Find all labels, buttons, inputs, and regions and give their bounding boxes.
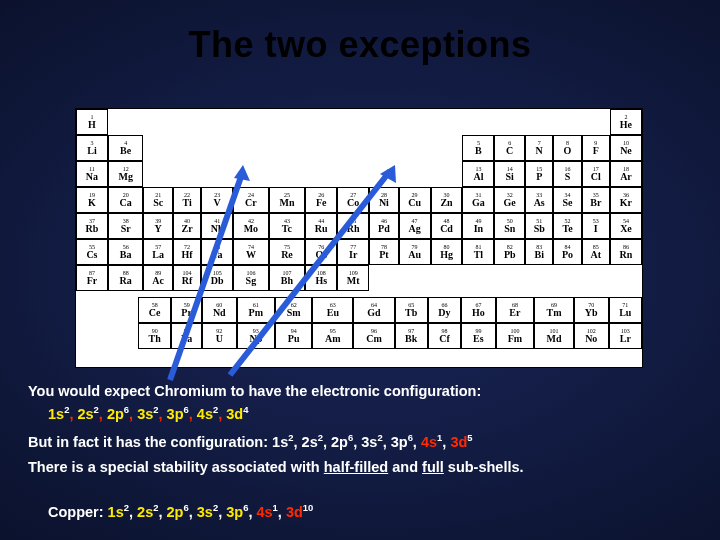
element-Ni: 28Ni (369, 187, 399, 213)
slide-title: The two exceptions (0, 24, 720, 66)
element-Cm: 96Cm (353, 323, 394, 349)
element-Er: 68Er (496, 297, 535, 323)
element-Zn: 30Zn (431, 187, 463, 213)
element-F: 9F (582, 135, 610, 161)
element-W: 74W (233, 239, 269, 265)
element-C: 6C (494, 135, 525, 161)
config-copper: 1s2, 2s2, 2p6, 3s2, 3p6, 4s1, 3d10 (108, 504, 314, 520)
element-Fr: 87Fr (76, 265, 108, 291)
element-Ge: 32Ge (494, 187, 525, 213)
element-Ru: 44Ru (305, 213, 337, 239)
element-As: 33As (525, 187, 553, 213)
element-Cs: 55Cs (76, 239, 108, 265)
element-Am: 95Am (312, 323, 353, 349)
element-Cd: 48Cd (431, 213, 463, 239)
element-Th: 90Th (138, 323, 171, 349)
element-Eu: 63Eu (312, 297, 353, 323)
element-Po: 84Po (553, 239, 581, 265)
element-Al: 13Al (462, 161, 494, 187)
element-Cf: 98Cf (428, 323, 461, 349)
element-Hs: 108Hs (305, 265, 337, 291)
element-Ne: 10Ne (610, 135, 642, 161)
element-Lu: 71Lu (609, 297, 642, 323)
slide: The two exceptions 1H2He3Li4Be5B6C7N8O9F… (0, 0, 720, 540)
periodic-table: 1H2He3Li4Be5B6C7N8O9F10Ne11Na12Mg13Al14S… (75, 108, 643, 368)
element-Se: 34Se (553, 187, 581, 213)
element-He: 2He (610, 109, 642, 135)
element-Hg: 80Hg (431, 239, 463, 265)
element-Mo: 42Mo (233, 213, 269, 239)
element-La: 57La (143, 239, 173, 265)
element-Pr: 59Pr (171, 297, 202, 323)
element-Nd: 60Nd (202, 297, 237, 323)
element-Ta: 73Ta (201, 239, 233, 265)
element-B: 5B (462, 135, 494, 161)
element-Sc: 21Sc (143, 187, 173, 213)
element-Rb: 37Rb (76, 213, 108, 239)
element-In: 49In (462, 213, 494, 239)
element-Cr: 24Cr (233, 187, 269, 213)
element-Zr: 40Zr (173, 213, 201, 239)
element-Kr: 36Kr (610, 187, 642, 213)
element-Re: 75Re (269, 239, 306, 265)
element-P: 15P (525, 161, 553, 187)
element-Rn: 86Rn (610, 239, 642, 265)
element-Bh: 107Bh (269, 265, 306, 291)
element-Yb: 70Yb (574, 297, 609, 323)
element-K: 19K (76, 187, 108, 213)
element-Gd: 64Gd (353, 297, 394, 323)
expect-line: You would expect Chromium to have the el… (28, 382, 481, 400)
element-Y: 39Y (143, 213, 173, 239)
config-actual: 1s2, 2s2, 2p6, 3s2, 3p6, 4s1, 3d5 (272, 434, 472, 450)
config-expected: 1s2, 2s2, 2p6, 3s2, 3p6, 4s2, 3d4 (48, 404, 248, 423)
element-Ga: 31Ga (462, 187, 494, 213)
element-U: 92U (202, 323, 237, 349)
element-Sb: 51Sb (525, 213, 553, 239)
element-Np: 93Np (237, 323, 276, 349)
element-Tl: 81Tl (462, 239, 494, 265)
element-Es: 99Es (461, 323, 496, 349)
element-Cl: 17Cl (582, 161, 610, 187)
element-Ti: 22Ti (173, 187, 201, 213)
element-Ac: 89Ac (143, 265, 173, 291)
element-O: 8O (553, 135, 581, 161)
element-At: 85At (582, 239, 610, 265)
element-S: 16S (553, 161, 581, 187)
element-Cu: 29Cu (399, 187, 431, 213)
copper-label: Copper: (48, 504, 108, 520)
element-Rf: 104Rf (173, 265, 201, 291)
element-Xe: 54Xe (610, 213, 642, 239)
element-Au: 79Au (399, 239, 431, 265)
element-Ag: 47Ag (399, 213, 431, 239)
element-Pb: 82Pb (494, 239, 525, 265)
element-Lr: 103Lr (609, 323, 642, 349)
element-Pt: 78Pt (369, 239, 399, 265)
element-Fm: 100Fm (496, 323, 535, 349)
element-V: 23V (201, 187, 233, 213)
element-Ar: 18Ar (610, 161, 642, 187)
element-Nb: 41Nb (201, 213, 233, 239)
element-Na: 11Na (76, 161, 108, 187)
element-Bi: 83Bi (525, 239, 553, 265)
element-Tb: 65Tb (395, 297, 428, 323)
actual-line: But in fact it has the configuration: 1s… (28, 432, 473, 451)
element-Co: 27Co (337, 187, 369, 213)
element-N: 7N (525, 135, 553, 161)
element-I: 53I (582, 213, 610, 239)
element-Sr: 38Sr (108, 213, 144, 239)
element-H: 1H (76, 109, 108, 135)
element-Tc: 43Tc (269, 213, 306, 239)
element-Li: 3Li (76, 135, 108, 161)
element-Rh: 45Rh (337, 213, 369, 239)
stability-line: There is a special stability associated … (28, 458, 688, 476)
element-Ca: 20Ca (108, 187, 144, 213)
element-Pu: 94Pu (275, 323, 312, 349)
half-filled-underline: half-filled (324, 459, 388, 475)
element-Os: 76Os (305, 239, 337, 265)
element-Pd: 46Pd (369, 213, 399, 239)
element-Mg: 12Mg (108, 161, 144, 187)
element-Ho: 67Ho (461, 297, 496, 323)
element-Sn: 50Sn (494, 213, 525, 239)
element-Sg: 106Sg (233, 265, 269, 291)
element-Sm: 62Sm (275, 297, 312, 323)
